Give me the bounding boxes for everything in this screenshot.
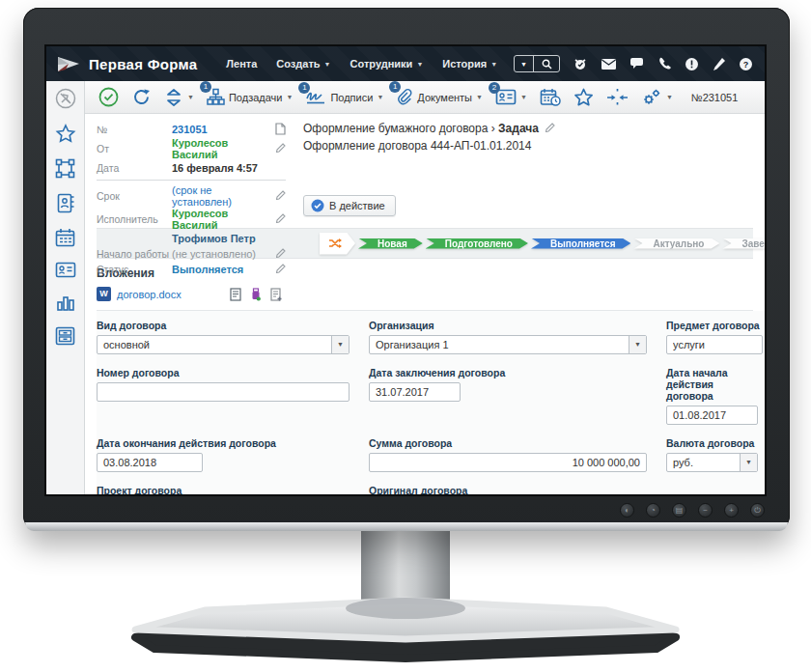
task-number-link[interactable]: 231051 — [172, 124, 272, 135]
workflow-stage-prepared[interactable]: Подготовлено — [426, 238, 528, 249]
attachment-row: W договор.docx — [97, 287, 741, 301]
edit-pencil-icon[interactable] — [272, 143, 286, 154]
signatures-dropdown[interactable]: 1 Подписи▼ — [305, 89, 383, 105]
route-icon[interactable] — [55, 158, 75, 182]
unpin-icon[interactable] — [55, 88, 76, 113]
start-date-input[interactable] — [666, 406, 758, 425]
field-contract-sum: Сумма договора — [369, 437, 647, 472]
chevron-down-icon: ▼ — [520, 94, 527, 100]
search-icon[interactable] — [534, 59, 559, 70]
pen-icon[interactable] — [712, 57, 726, 71]
address-book-icon[interactable] — [56, 193, 75, 217]
documents-dropdown[interactable]: 1 Документы▼ — [396, 88, 483, 106]
action-button[interactable]: В действие — [303, 195, 396, 216]
edit-pencil-icon[interactable] — [545, 122, 555, 135]
edit-pencil-icon[interactable] — [272, 248, 286, 260]
start-value[interactable]: (не установлено) — [172, 248, 272, 260]
calendar-icon[interactable] — [55, 228, 75, 251]
monitor-input-button[interactable]: ◐ — [620, 503, 634, 518]
menu-item-feed[interactable]: Лента — [226, 58, 257, 70]
workflow-stage-inprogress[interactable]: Выполняется — [531, 238, 630, 249]
alarm-icon[interactable] — [573, 57, 588, 71]
top-navbar: Первая Форма Лента Создать▼ Сотрудники▼ … — [46, 46, 765, 81]
sort-button[interactable]: ▼ — [164, 88, 194, 107]
subtasks-badge: 1 — [200, 81, 211, 93]
chevron-down-icon: ▼ — [490, 61, 497, 68]
bar-chart-icon[interactable] — [55, 293, 75, 316]
author-link[interactable]: Куролесов Василий — [172, 137, 272, 160]
chat-icon[interactable] — [629, 57, 645, 70]
favorite-star-button[interactable] — [573, 88, 594, 107]
organization-select[interactable]: Организация 1▼ — [369, 335, 647, 354]
contacts-badge: 2 — [489, 82, 500, 94]
edit-pencil-icon[interactable] — [272, 264, 286, 275]
signing-date-input[interactable] — [369, 382, 461, 402]
monitor-power-button[interactable]: ⏻ — [750, 503, 765, 518]
monitor-menu-button[interactable]: ▤ — [672, 503, 686, 518]
menu-item-employees[interactable]: Сотрудники▼ — [350, 58, 424, 70]
subtasks-dropdown[interactable]: 1 Подзадачи▼ — [207, 88, 293, 106]
calendar-clock-button[interactable] — [540, 88, 561, 107]
brand-title: Первая Форма — [89, 56, 197, 72]
property-row-status: Статус Выполняется — [97, 262, 286, 277]
menu-item-history[interactable]: История▼ — [442, 58, 497, 70]
task-properties: № 231051 От Куролесов Василий Дата 16 фе… — [97, 122, 286, 228]
workflow-shuffle-button[interactable] — [320, 233, 355, 255]
archive-icon[interactable] — [55, 326, 75, 350]
contract-number-input[interactable] — [97, 382, 350, 402]
property-row-date: Дата 16 февраля 4:57 — [97, 160, 286, 176]
workflow-stage-finished[interactable]: Завершена — [722, 238, 765, 249]
contract-type-select[interactable]: основной▼ — [97, 335, 350, 354]
contract-subject-input[interactable] — [666, 335, 763, 354]
property-row-start: Начало работы (не установлено) — [97, 246, 286, 262]
property-row-from: От Куролесов Василий — [97, 137, 286, 160]
document-icon[interactable] — [272, 123, 286, 137]
main-content: № 231051 От Куролесов Василий Дата 16 фе… — [85, 114, 765, 494]
field-contract-original: Оригинал договора договор.docx Сканирова… — [369, 485, 647, 494]
refresh-button[interactable] — [131, 87, 152, 107]
end-date-input[interactable] — [97, 453, 203, 472]
assignee2-link[interactable]: Трофимов Петр — [172, 233, 286, 244]
menu-item-create[interactable]: Создать▼ — [276, 58, 330, 70]
svg-text:?: ? — [743, 60, 749, 70]
field-start-date: Дата начала действия договора — [666, 367, 763, 425]
help-icon[interactable]: ? — [739, 57, 753, 71]
add-file-icon[interactable] — [270, 288, 283, 301]
contacts-dropdown[interactable]: 2 ▼ — [495, 89, 527, 105]
settings-dropdown[interactable]: ▼ — [641, 88, 673, 107]
task-subject: Оформление договора 444-АП-01.01.2014 — [303, 139, 765, 153]
monitor-plus-button[interactable]: + — [724, 503, 739, 518]
status-value[interactable]: Выполняется — [172, 264, 272, 275]
contract-sum-input[interactable] — [369, 453, 647, 472]
monitor-auto-button[interactable]: ◔ — [646, 503, 660, 518]
brand-logo-icon[interactable] — [56, 53, 81, 74]
preview-icon[interactable] — [230, 288, 241, 301]
field-contract-draft: Проект договора 1 версия 02.07.2015 10-0… — [97, 485, 350, 494]
currency-select[interactable]: руб.▼ — [666, 453, 758, 472]
left-sidebar — [46, 81, 85, 494]
usb-add-icon[interactable] — [251, 288, 261, 301]
workflow-stage-new[interactable]: Новая — [358, 238, 423, 249]
mail-icon[interactable] — [601, 58, 617, 70]
assignee-link[interactable]: Куролесов Василий — [172, 208, 272, 231]
phone-icon[interactable] — [657, 57, 672, 71]
complete-task-button[interactable] — [98, 87, 119, 107]
monitor-minus-button[interactable]: − — [698, 503, 713, 518]
star-icon[interactable] — [55, 124, 76, 148]
edit-pencil-icon[interactable] — [272, 213, 286, 225]
divider — [97, 180, 286, 181]
monitor-controls: ◐ ◔ ▤ − + ⏻ — [620, 503, 765, 518]
alert-icon[interactable] — [685, 57, 699, 71]
chevron-down-icon: ▼ — [740, 454, 757, 471]
attachment-file-link[interactable]: договор.docx — [117, 289, 182, 300]
process-name[interactable]: Оформление бумажного договора — [303, 122, 488, 135]
id-card-icon[interactable] — [55, 262, 76, 282]
converge-button[interactable] — [606, 88, 629, 107]
search-box[interactable]: ▼ — [514, 55, 560, 72]
workflow-stage-actual[interactable]: Актуально — [633, 238, 719, 249]
edit-pencil-icon[interactable] — [272, 190, 286, 202]
deadline-value[interactable]: (срок не установлен) — [172, 184, 272, 208]
search-scope-dropdown[interactable]: ▼ — [515, 56, 534, 71]
field-organization: Организация Организация 1▼ — [369, 320, 647, 354]
desktop-scene: ◐ ◔ ▤ − + ⏻ Первая Форма Лента Создать▼ … — [0, 0, 811, 672]
